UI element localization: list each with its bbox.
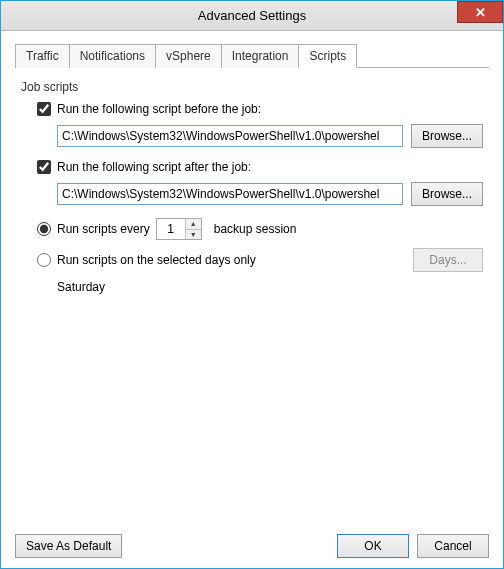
- before-checkbox-row: Run the following script before the job:: [37, 102, 483, 116]
- after-path-row: Browse...: [57, 182, 483, 206]
- every-label-suffix: backup session: [214, 222, 297, 236]
- advanced-settings-window: Advanced Settings ✕ Traffic Notification…: [0, 0, 504, 569]
- before-path-row: Browse...: [57, 124, 483, 148]
- titlebar: Advanced Settings ✕: [1, 1, 503, 31]
- tab-content: Job scripts Run the following script bef…: [15, 80, 489, 524]
- after-checkbox-row: Run the following script after the job:: [37, 160, 483, 174]
- every-radio[interactable]: [37, 222, 51, 236]
- tab-notifications[interactable]: Notifications: [69, 44, 156, 68]
- footer: Save As Default OK Cancel: [15, 524, 489, 558]
- after-browse-button[interactable]: Browse...: [411, 182, 483, 206]
- cancel-button[interactable]: Cancel: [417, 534, 489, 558]
- spinner-buttons: ▲ ▼: [185, 219, 201, 239]
- every-spinner-input[interactable]: [157, 219, 185, 239]
- before-path-input[interactable]: [57, 125, 403, 147]
- close-icon: ✕: [475, 5, 486, 20]
- tab-traffic[interactable]: Traffic: [15, 44, 70, 68]
- days-radio-label: Run scripts on the selected days only: [57, 253, 256, 267]
- every-radio-row: Run scripts every ▲ ▼ backup session: [37, 218, 483, 240]
- after-path-input[interactable]: [57, 183, 403, 205]
- client-area: Traffic Notifications vSphere Integratio…: [1, 31, 503, 568]
- tab-strip: Traffic Notifications vSphere Integratio…: [15, 43, 489, 68]
- days-summary: Saturday: [57, 280, 483, 294]
- save-default-button[interactable]: Save As Default: [15, 534, 122, 558]
- every-spinner[interactable]: ▲ ▼: [156, 218, 202, 240]
- close-button[interactable]: ✕: [457, 1, 503, 23]
- tab-integration[interactable]: Integration: [221, 44, 300, 68]
- before-browse-button[interactable]: Browse...: [411, 124, 483, 148]
- days-radio-row: Run scripts on the selected days only Da…: [37, 248, 483, 272]
- tab-vsphere[interactable]: vSphere: [155, 44, 222, 68]
- job-scripts-group: Run the following script before the job:…: [15, 102, 489, 294]
- spinner-down-icon[interactable]: ▼: [186, 230, 201, 240]
- spinner-up-icon[interactable]: ▲: [186, 219, 201, 230]
- job-scripts-group-label: Job scripts: [15, 80, 489, 94]
- window-title: Advanced Settings: [1, 8, 503, 23]
- before-checkbox-label: Run the following script before the job:: [57, 102, 261, 116]
- ok-button[interactable]: OK: [337, 534, 409, 558]
- after-checkbox-label: Run the following script after the job:: [57, 160, 251, 174]
- before-checkbox[interactable]: [37, 102, 51, 116]
- every-label-prefix: Run scripts every: [57, 222, 150, 236]
- after-checkbox[interactable]: [37, 160, 51, 174]
- days-button[interactable]: Days...: [413, 248, 483, 272]
- tab-scripts[interactable]: Scripts: [298, 44, 357, 68]
- days-radio[interactable]: [37, 253, 51, 267]
